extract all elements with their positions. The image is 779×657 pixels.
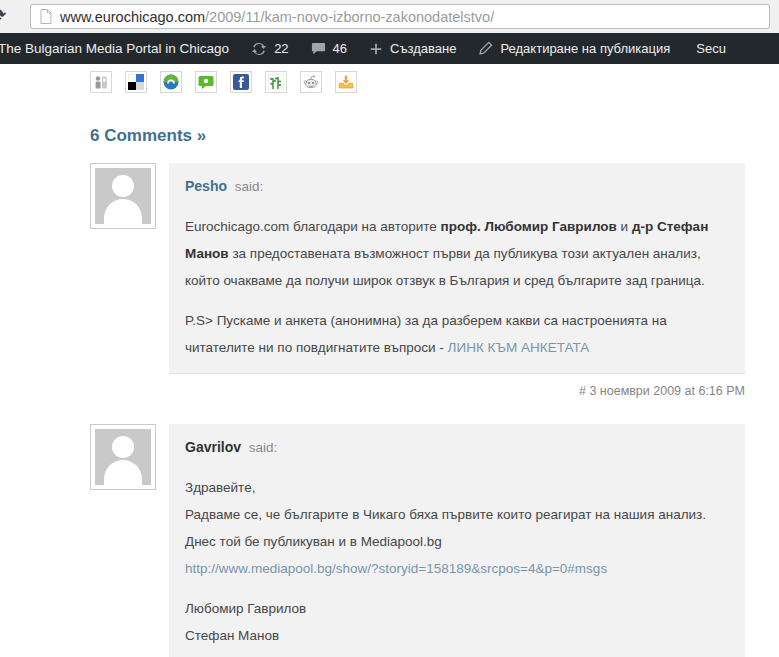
facebook-icon[interactable] bbox=[230, 71, 252, 93]
comments-heading: 6 Comments » bbox=[90, 126, 779, 146]
comment-header: Gavrilov said: bbox=[185, 434, 729, 461]
comment: Pesho said: Eurochicago.com благодари на… bbox=[0, 163, 779, 398]
comment-text: и bbox=[617, 219, 632, 234]
url-text[interactable]: www.eurochicago.com/2009/11/kam-novo-izb… bbox=[60, 9, 494, 25]
comment-body: Eurochicago.com благодари на авторите пр… bbox=[185, 213, 729, 361]
edit-post-label: Редактиране на публикация bbox=[500, 41, 670, 56]
admin-bar-site-title[interactable]: The Bulgarian Media Portal in Chicago bbox=[0, 41, 229, 56]
technorati-icon[interactable] bbox=[195, 71, 217, 93]
comment-date[interactable]: # 3 ноември 2009 at 6:16 PM bbox=[90, 384, 745, 398]
comments-list: Pesho said: Eurochicago.com благодари на… bbox=[0, 163, 779, 657]
wp-admin-bar: The Bulgarian Media Portal in Chicago 22… bbox=[0, 33, 779, 64]
comment-paragraph: Здравейте,Радваме се, че българите в Чик… bbox=[185, 474, 729, 582]
updates-count: 22 bbox=[274, 41, 288, 56]
url-path: /2009/11/kam-novo-izborno-zakonodatelstv… bbox=[205, 9, 494, 25]
pencil-icon bbox=[478, 41, 493, 56]
comment-bubble-icon bbox=[311, 41, 326, 56]
comment-paragraph: P.S> Пускаме и анкета (анонимна) за да р… bbox=[185, 307, 729, 361]
comment-text: Eurochicago.com благодари на авторите bbox=[185, 219, 441, 234]
admin-bar-updates[interactable]: 22 bbox=[251, 41, 288, 57]
browser-chrome: ⟳ www.eurochicago.com/2009/11/kam-novo-i… bbox=[0, 0, 779, 33]
plus-icon bbox=[369, 42, 383, 56]
reddit-icon[interactable] bbox=[300, 71, 322, 93]
site-title-label: The Bulgarian Media Portal in Chicago bbox=[0, 41, 229, 56]
comment-text: Радваме се, че българите в Чикаго бяха п… bbox=[185, 507, 706, 549]
digg-icon[interactable] bbox=[90, 71, 112, 93]
avatar bbox=[90, 163, 156, 229]
comment-link[interactable]: http://www.mediapool.bg/show/?storyid=15… bbox=[185, 561, 607, 576]
comment-said-label: said: bbox=[231, 179, 263, 194]
page-document-icon bbox=[40, 9, 52, 24]
new-label: Създаване bbox=[390, 41, 456, 56]
delicious-icon[interactable] bbox=[125, 71, 147, 93]
avatar bbox=[90, 424, 156, 490]
comment-bubble: Gavrilov said: Здравейте,Радваме се, че … bbox=[169, 424, 745, 657]
comment-text: за предоставената възможност първи да пу… bbox=[185, 246, 705, 288]
comment: Gavrilov said: Здравейте,Радваме се, че … bbox=[0, 424, 779, 657]
security-label: Secu bbox=[696, 41, 726, 56]
comment-author: Gavrilov bbox=[185, 439, 241, 455]
updates-icon bbox=[251, 41, 267, 57]
newsvine-icon[interactable] bbox=[265, 71, 287, 93]
admin-bar-security[interactable]: Secu bbox=[696, 41, 726, 56]
comment-text: Любомир Гаврилов bbox=[185, 601, 306, 616]
avatar-placeholder-icon bbox=[95, 168, 151, 224]
comment-row: Pesho said: Eurochicago.com благодари на… bbox=[90, 163, 745, 374]
url-host: www.eurochicago.com bbox=[60, 9, 205, 25]
comment-author[interactable]: Pesho bbox=[185, 178, 227, 194]
comment-bubble: Pesho said: Eurochicago.com благодари на… bbox=[169, 163, 745, 374]
comment-paragraph: Eurochicago.com благодари на авторите пр… bbox=[185, 213, 729, 294]
email-icon[interactable] bbox=[335, 71, 357, 93]
comment-text: проф. Любомир Гаврилов bbox=[441, 219, 617, 234]
comment-text: Стефан Манов bbox=[185, 628, 279, 643]
comment-body: Здравейте,Радваме се, че българите в Чик… bbox=[185, 474, 729, 649]
comment-link[interactable]: ЛИНК КЪМ АНКЕТАТА bbox=[448, 340, 590, 355]
admin-bar-new[interactable]: Създаване bbox=[369, 41, 456, 56]
partial-browser-icon[interactable]: ⟳ bbox=[0, 5, 6, 26]
comment-text: Здравейте, bbox=[185, 480, 255, 495]
avatar-placeholder-icon bbox=[95, 429, 151, 485]
comment-paragraph: Любомир ГавриловСтефан Манов bbox=[185, 595, 729, 649]
address-bar[interactable]: www.eurochicago.com/2009/11/kam-novo-izb… bbox=[30, 4, 770, 29]
admin-bar-edit-post[interactable]: Редактиране на публикация bbox=[478, 41, 670, 56]
comment-row: Gavrilov said: Здравейте,Радваме се, че … bbox=[90, 424, 745, 657]
comment-text: P.S> Пускаме и анкета (анонимна) за да р… bbox=[185, 313, 667, 355]
share-icons-row bbox=[90, 71, 779, 93]
admin-bar-comments[interactable]: 46 bbox=[311, 41, 347, 56]
stumbleupon-icon[interactable] bbox=[160, 71, 182, 93]
comments-count: 46 bbox=[333, 41, 347, 56]
comment-header: Pesho said: bbox=[185, 173, 729, 200]
comment-said-label: said: bbox=[245, 440, 277, 455]
